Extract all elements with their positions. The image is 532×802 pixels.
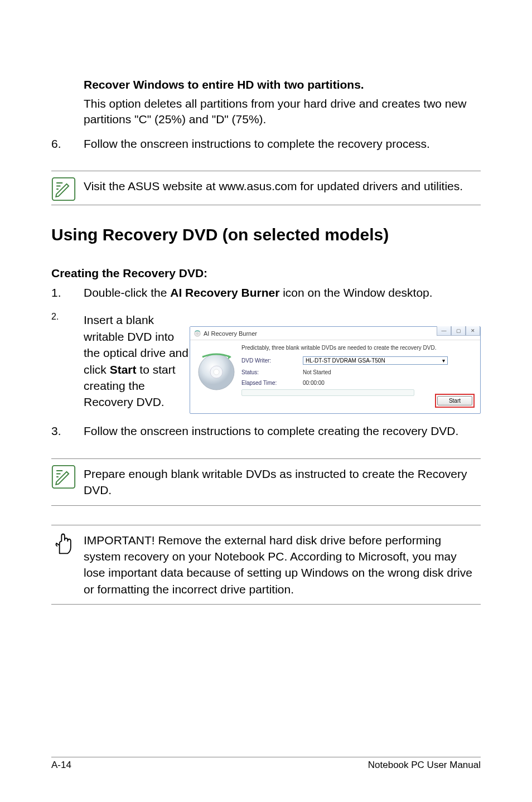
note-text: Prepare enough blank writable DVDs as in… — [84, 462, 481, 502]
step-text: Insert a blank writable DVD into the opt… — [84, 312, 190, 414]
section-heading: Using Recovery DVD (on selected models) — [51, 225, 481, 244]
elapsed-time-value: 00:00:00 — [303, 380, 325, 386]
option-heading: Recover Windows to entire HD with two pa… — [84, 78, 481, 91]
dvd-writer-label: DVD Writer: — [241, 357, 303, 364]
step-number: 1. — [51, 284, 84, 301]
start-button-highlight: Start — [435, 394, 475, 408]
step-number: 3. — [51, 423, 84, 439]
disc-icon — [197, 352, 236, 392]
window-titlebar: AI Recovery Burner — ▢ ✕ — [190, 327, 480, 340]
app-icon — [194, 330, 201, 337]
page-number: A-14 — [51, 760, 71, 771]
ai-recovery-burner-window: AI Recovery Burner — ▢ ✕ — [190, 326, 481, 414]
minimize-button[interactable]: — — [437, 326, 451, 336]
step-text: Follow the onscreen instructions to comp… — [84, 136, 481, 152]
dvd-writer-dropdown[interactable]: HL-DT-ST DVDRAM GSA-T50N ▾ — [303, 356, 448, 365]
prediction-text: Predictably, three blank writable DVDs a… — [241, 345, 473, 351]
step-text: Follow the onscreen instructions to comp… — [84, 423, 481, 439]
elapsed-time-label: Elapsed Time: — [241, 380, 303, 386]
window-title: AI Recovery Burner — [204, 330, 257, 337]
svg-point-5 — [214, 369, 219, 375]
svg-point-2 — [197, 333, 199, 335]
important-icon — [51, 529, 84, 555]
important-text: IMPORTANT! Remove the external hard disk… — [84, 529, 481, 601]
maximize-button[interactable]: ▢ — [451, 326, 466, 336]
close-button[interactable]: ✕ — [466, 326, 480, 336]
status-label: Status: — [241, 369, 303, 375]
status-value: Not Started — [303, 369, 331, 375]
progress-bar — [241, 389, 414, 396]
note-icon — [51, 462, 84, 489]
footer-title: Notebook PC User Manual — [368, 760, 481, 771]
start-button[interactable]: Start — [437, 396, 472, 405]
chevron-down-icon: ▾ — [442, 357, 445, 364]
note-text: Visit the ASUS website at www.asus.com f… — [84, 175, 481, 197]
step-number: 6. — [51, 136, 84, 152]
subheading: Creating the Recovery DVD: — [51, 267, 481, 280]
step-text: Double-click the AI Recovery Burner icon… — [84, 284, 481, 301]
note-icon — [51, 175, 84, 201]
step-number: 2. — [51, 312, 84, 414]
option-description: This option deletes all partitions from … — [84, 96, 481, 128]
